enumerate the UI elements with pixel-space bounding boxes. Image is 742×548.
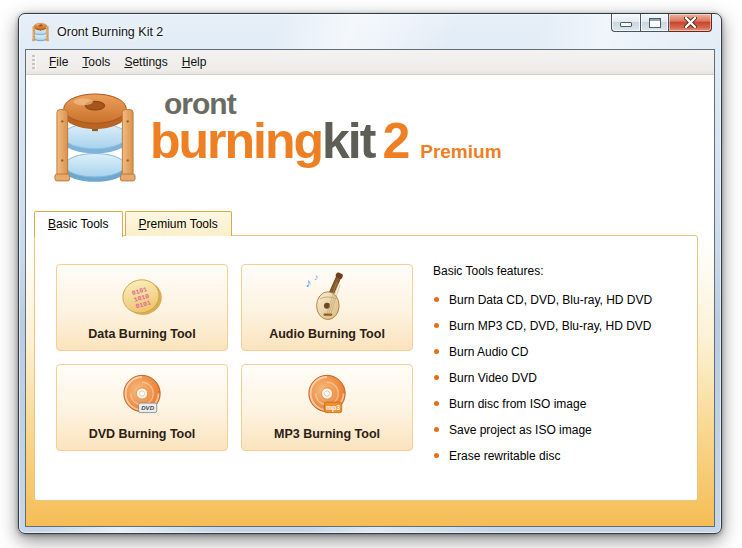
logo-word-kit: kit [322, 113, 374, 169]
titlebar[interactable]: Oront Burning Kit 2 [19, 14, 721, 49]
tab-premium-tools[interactable]: Premium Tools [125, 211, 232, 236]
bullet-icon [434, 375, 439, 380]
tab-basic-tools[interactable]: Basic Tools [34, 211, 123, 237]
dvd-burning-tool-button[interactable]: DVD DVD Burning Tool [56, 364, 228, 451]
bullet-icon [434, 401, 439, 406]
svg-text:mp3: mp3 [326, 404, 340, 412]
brand-logo: oront burningkit2Premium [54, 83, 502, 187]
feature-item: Burn MP3 CD, DVD, Blu-ray, HD DVD [433, 317, 693, 334]
minimize-icon [620, 22, 632, 27]
logo-word-burning: burning [150, 113, 322, 169]
tool-label: Audio Burning Tool [269, 327, 385, 341]
features-list: Basic Tools features: Burn Data CD, DVD,… [433, 264, 693, 473]
feature-item: Burn disc from ISO image [433, 395, 693, 412]
app-logo-icon [32, 21, 49, 42]
mp3-disc-icon: mp3 [299, 371, 355, 423]
svg-text:♪: ♪ [305, 276, 311, 290]
window-content: File Tools Settings Help oront burningki… [25, 49, 715, 527]
close-icon [684, 17, 697, 28]
feature-item: Erase rewritable disc [433, 447, 693, 464]
audio-burning-tool-button[interactable]: ♪ ♪ Audio Burning Tool [241, 264, 413, 351]
client-area: oront burningkit2Premium Basic Tools Pre… [26, 75, 714, 526]
menu-gripper-icon [32, 55, 36, 70]
maximize-icon [649, 18, 661, 28]
minimize-button[interactable] [611, 14, 640, 32]
feature-item: Burn Audio CD [433, 343, 693, 360]
app-window: Oront Burning Kit 2 File Tools Settings … [18, 13, 722, 534]
feature-item: Burn Video DVD [433, 369, 693, 386]
menu-item-file[interactable]: File [42, 52, 75, 72]
mp3-burning-tool-button[interactable]: mp3 MP3 Burning Tool [241, 364, 413, 451]
logo-main-line: burningkit2Premium [150, 117, 502, 176]
features-heading: Basic Tools features: [433, 264, 693, 278]
svg-text:♪: ♪ [314, 272, 318, 282]
svg-text:DVD: DVD [141, 405, 154, 411]
bullet-icon [434, 453, 439, 458]
tool-label: Data Burning Tool [88, 327, 195, 341]
logo-edition: Premium [420, 141, 501, 162]
disc-stack-logo-icon [54, 83, 136, 187]
close-button[interactable] [669, 14, 712, 32]
lute-music-icon: ♪ ♪ [299, 271, 355, 323]
window-title: Oront Burning Kit 2 [57, 25, 163, 39]
bullet-icon [434, 349, 439, 354]
desktop: { "window": { "title": "Oront Burning Ki… [0, 0, 742, 548]
dvd-disc-icon: DVD [114, 371, 170, 423]
data-burning-tool-button[interactable]: 0101 1010 0101 Data Burning Tool [56, 264, 228, 351]
tab-bar: Basic Tools Premium Tools [34, 211, 234, 237]
feature-item: Save project as ISO image [433, 421, 693, 438]
tool-label: MP3 Burning Tool [274, 427, 380, 441]
menu-item-tools[interactable]: Tools [75, 52, 117, 72]
logo-word-2: 2 [382, 113, 408, 169]
menu-bar: File Tools Settings Help [26, 50, 714, 75]
bullet-icon [434, 427, 439, 432]
menu-item-settings[interactable]: Settings [117, 52, 174, 72]
logo-text: oront burningkit2Premium [150, 83, 502, 176]
bullet-icon [434, 297, 439, 302]
bullet-icon [434, 323, 439, 328]
tab-content-panel: 0101 1010 0101 Data Burning Tool ♪ ♪ [34, 235, 698, 501]
tool-label: DVD Burning Tool [89, 427, 196, 441]
menu-item-help[interactable]: Help [175, 52, 214, 72]
feature-item: Burn Data CD, DVD, Blu-ray, HD DVD [433, 291, 693, 308]
tools-grid: 0101 1010 0101 Data Burning Tool ♪ ♪ [56, 264, 413, 451]
binary-disc-icon: 0101 1010 0101 [114, 271, 170, 323]
window-controls [611, 14, 712, 32]
maximize-button[interactable] [640, 14, 669, 32]
